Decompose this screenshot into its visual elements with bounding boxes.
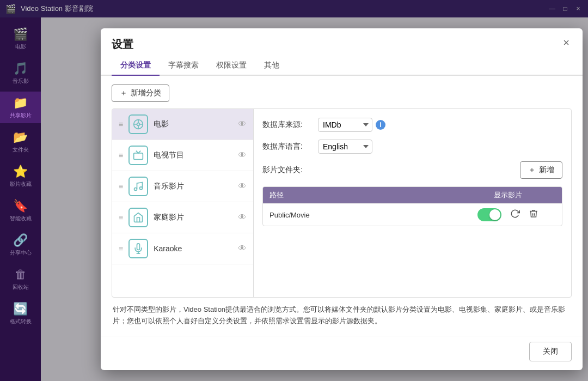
- main-split-panel: ≡ 电影: [112, 108, 572, 298]
- tab-subtitle[interactable]: 字幕搜索: [160, 56, 207, 76]
- db-source-select[interactable]: IMDb TMDB 豆瓣: [318, 118, 372, 132]
- close-btn-window[interactable]: ×: [574, 4, 583, 13]
- folder-path-value: Public/Movie: [270, 211, 460, 219]
- sidebar-item-music[interactable]: 🎵 音乐影: [0, 57, 41, 89]
- category-item-tv[interactable]: ≡ 电视节目 👁: [112, 140, 253, 171]
- db-lang-row: 数据库语言: English 中文 日本語: [262, 140, 562, 154]
- dialog-close-button[interactable]: ×: [559, 35, 574, 50]
- category-name-music-film: 音乐影片: [154, 182, 232, 191]
- app-title: Video Station 影音剧院: [21, 4, 93, 14]
- title-bar: 🎬 Video Station 影音剧院 — □ ×: [0, 0, 588, 17]
- db-lang-select[interactable]: English 中文 日本語: [318, 140, 372, 154]
- category-item-music-film[interactable]: ≡ 音乐影片 👁: [112, 171, 253, 202]
- drag-handle-tv-icon: ≡: [119, 151, 123, 160]
- folder-delete-icon[interactable]: [529, 209, 538, 221]
- sidebar-item-share-center[interactable]: 🔗 分享中心: [0, 229, 41, 261]
- eye-icon-family[interactable]: 👁: [238, 213, 247, 222]
- content-area: 设置 × 分类设置 字幕搜索 权限设置 其他 ＋ 新增分类: [41, 17, 588, 381]
- folder-refresh-icon[interactable]: [510, 209, 520, 221]
- dialog-tabs: 分类设置 字幕搜索 权限设置 其他: [101, 56, 583, 76]
- smart-icon: 🔖: [13, 199, 28, 213]
- app-container: 🎬 电影 🎵 音乐影 📁 共享影片 📂 文件夹 ⭐ 影片收藏 🔖 智能收藏 🔗 …: [0, 17, 588, 381]
- folder-table: 路径 显示影片 Public/Movie: [262, 186, 562, 226]
- folder-icon: 📂: [13, 130, 28, 144]
- folder-table-header: 路径 显示影片: [263, 187, 562, 203]
- category-name-family: 家庭影片: [154, 213, 232, 222]
- category-item-movie[interactable]: ≡ 电影: [112, 109, 253, 140]
- db-source-row: 数据库来源: IMDb TMDB 豆瓣 i: [262, 118, 562, 132]
- db-lang-label: 数据库语言:: [262, 142, 311, 152]
- sidebar-item-convert[interactable]: 🔄 格式转换: [0, 298, 41, 329]
- sidebar-label-share-center: 分享中心: [10, 250, 32, 256]
- sidebar-label-folder: 文件夹: [13, 147, 29, 153]
- music-category-icon: [128, 177, 148, 196]
- movies-icon: 🎬: [13, 27, 28, 41]
- settings-dialog: 设置 × 分类设置 字幕搜索 权限设置 其他 ＋ 新增分类: [101, 28, 583, 370]
- maximize-btn[interactable]: □: [561, 4, 569, 13]
- category-list: ≡ 电影: [112, 109, 254, 297]
- music-icon: 🎵: [13, 62, 28, 76]
- add-folder-plus-icon: ＋: [528, 165, 536, 175]
- footer-description: 针对不同类型的影片，Video Station提供最适合的浏览方式。您可以将媒体…: [112, 304, 572, 327]
- tab-category[interactable]: 分类设置: [112, 56, 160, 76]
- family-category-icon: [128, 208, 148, 227]
- sidebar-item-folder[interactable]: 📂 文件夹: [0, 126, 41, 158]
- column-header-show: 显示影片: [460, 190, 555, 200]
- drag-handle-family-icon: ≡: [119, 213, 123, 222]
- sidebar-label-collection: 影片收藏: [10, 181, 32, 188]
- table-row: Public/Movie: [263, 203, 562, 226]
- sidebar-label-movies: 电影: [15, 44, 26, 50]
- column-header-path: 路径: [270, 190, 460, 200]
- dialog-actions: 关闭: [101, 336, 583, 370]
- download-icon: 🗑: [15, 268, 27, 282]
- eye-icon-tv[interactable]: 👁: [238, 150, 247, 160]
- sidebar-label-music: 音乐影: [13, 78, 29, 84]
- plus-icon: ＋: [120, 88, 127, 98]
- tab-other[interactable]: 其他: [255, 56, 288, 76]
- share-center-icon: 🔗: [13, 233, 28, 247]
- sidebar-item-collection[interactable]: ⭐ 影片收藏: [0, 160, 41, 192]
- eye-icon-music-film[interactable]: 👁: [238, 182, 247, 191]
- drag-handle-music-icon: ≡: [119, 182, 123, 191]
- db-source-select-wrapper: IMDb TMDB 豆瓣 i: [318, 118, 385, 132]
- folder-show-toggle[interactable]: [477, 208, 501, 221]
- category-item-family[interactable]: ≡ 家庭影片 👁: [112, 202, 253, 233]
- add-category-button[interactable]: ＋ 新增分类: [112, 84, 169, 102]
- folder-show-controls: [460, 208, 555, 221]
- app-logo-icon: 🎬: [5, 4, 16, 14]
- db-source-info-icon[interactable]: i: [376, 120, 385, 130]
- movie-category-icon: [128, 114, 148, 134]
- close-dialog-button[interactable]: 关闭: [529, 342, 572, 361]
- add-folder-button[interactable]: ＋ 新增: [520, 161, 562, 179]
- eye-icon-movie[interactable]: 👁: [238, 119, 247, 129]
- add-category-label: 新增分类: [131, 88, 161, 98]
- sidebar-label-download: 回收站: [13, 284, 29, 291]
- sidebar-item-movies[interactable]: 🎬 电影: [0, 23, 41, 55]
- collection-icon: ⭐: [13, 165, 28, 179]
- db-source-label: 数据库来源:: [262, 120, 311, 130]
- folder-label: 影片文件夹:: [262, 165, 311, 175]
- svg-point-8: [140, 187, 143, 190]
- sidebar: 🎬 电影 🎵 音乐影 📁 共享影片 📂 文件夹 ⭐ 影片收藏 🔖 智能收藏 🔗 …: [0, 17, 41, 381]
- svg-point-7: [134, 188, 137, 191]
- sidebar-item-shared[interactable]: 📁 共享影片: [0, 92, 41, 123]
- sidebar-item-smart[interactable]: 🔖 智能收藏: [0, 195, 41, 226]
- minimize-btn[interactable]: —: [548, 4, 556, 13]
- db-lang-select-wrapper: English 中文 日本語: [318, 140, 372, 154]
- window-controls: — □ ×: [548, 4, 583, 13]
- category-name-movie: 电影: [154, 119, 232, 129]
- drag-handle-icon: ≡: [119, 120, 123, 129]
- karaoke-category-icon: [128, 239, 148, 258]
- sidebar-item-download[interactable]: 🗑 回收站: [0, 263, 41, 295]
- tab-permission[interactable]: 权限设置: [207, 56, 255, 76]
- sidebar-label-smart: 智能收藏: [10, 215, 32, 222]
- settings-panel: 数据库来源: IMDb TMDB 豆瓣 i: [254, 109, 571, 297]
- dialog-title: 设置: [112, 37, 133, 52]
- sidebar-label-convert: 格式转换: [10, 318, 32, 325]
- convert-icon: 🔄: [13, 302, 28, 316]
- dialog-header: 设置 ×: [101, 28, 583, 52]
- category-name-tv: 电视节目: [154, 150, 232, 160]
- category-item-karaoke[interactable]: ≡ Karaoke 👁: [112, 233, 253, 264]
- sidebar-label-shared: 共享影片: [10, 112, 32, 119]
- eye-icon-karaoke[interactable]: 👁: [238, 244, 247, 253]
